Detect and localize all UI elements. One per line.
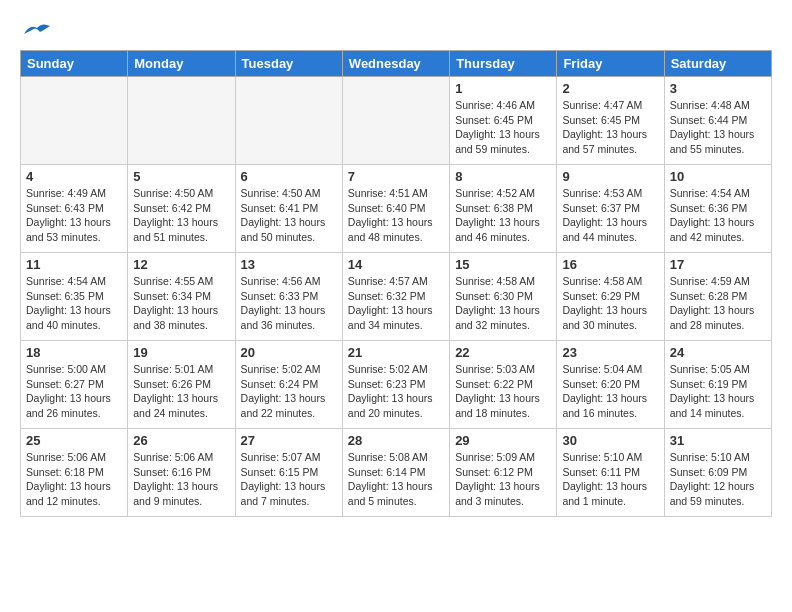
calendar-cell: 30Sunrise: 5:10 AM Sunset: 6:11 PM Dayli… bbox=[557, 429, 664, 517]
day-info: Sunrise: 5:10 AM Sunset: 6:09 PM Dayligh… bbox=[670, 450, 766, 509]
calendar-week-2: 4Sunrise: 4:49 AM Sunset: 6:43 PM Daylig… bbox=[21, 165, 772, 253]
day-number: 19 bbox=[133, 345, 229, 360]
calendar-cell: 1Sunrise: 4:46 AM Sunset: 6:45 PM Daylig… bbox=[450, 77, 557, 165]
weekday-header-sunday: Sunday bbox=[21, 51, 128, 77]
weekday-header-saturday: Saturday bbox=[664, 51, 771, 77]
weekday-header-friday: Friday bbox=[557, 51, 664, 77]
calendar-week-4: 18Sunrise: 5:00 AM Sunset: 6:27 PM Dayli… bbox=[21, 341, 772, 429]
day-info: Sunrise: 5:08 AM Sunset: 6:14 PM Dayligh… bbox=[348, 450, 444, 509]
day-number: 3 bbox=[670, 81, 766, 96]
day-info: Sunrise: 5:02 AM Sunset: 6:24 PM Dayligh… bbox=[241, 362, 337, 421]
day-info: Sunrise: 4:47 AM Sunset: 6:45 PM Dayligh… bbox=[562, 98, 658, 157]
day-number: 22 bbox=[455, 345, 551, 360]
calendar-cell bbox=[235, 77, 342, 165]
day-info: Sunrise: 5:00 AM Sunset: 6:27 PM Dayligh… bbox=[26, 362, 122, 421]
day-number: 9 bbox=[562, 169, 658, 184]
day-number: 28 bbox=[348, 433, 444, 448]
day-info: Sunrise: 4:52 AM Sunset: 6:38 PM Dayligh… bbox=[455, 186, 551, 245]
calendar-cell: 19Sunrise: 5:01 AM Sunset: 6:26 PM Dayli… bbox=[128, 341, 235, 429]
day-number: 27 bbox=[241, 433, 337, 448]
day-info: Sunrise: 4:50 AM Sunset: 6:41 PM Dayligh… bbox=[241, 186, 337, 245]
calendar-cell: 5Sunrise: 4:50 AM Sunset: 6:42 PM Daylig… bbox=[128, 165, 235, 253]
day-info: Sunrise: 4:48 AM Sunset: 6:44 PM Dayligh… bbox=[670, 98, 766, 157]
day-number: 12 bbox=[133, 257, 229, 272]
calendar-cell: 29Sunrise: 5:09 AM Sunset: 6:12 PM Dayli… bbox=[450, 429, 557, 517]
day-info: Sunrise: 4:58 AM Sunset: 6:29 PM Dayligh… bbox=[562, 274, 658, 333]
calendar-cell bbox=[342, 77, 449, 165]
day-info: Sunrise: 5:04 AM Sunset: 6:20 PM Dayligh… bbox=[562, 362, 658, 421]
calendar-cell: 26Sunrise: 5:06 AM Sunset: 6:16 PM Dayli… bbox=[128, 429, 235, 517]
calendar-cell: 13Sunrise: 4:56 AM Sunset: 6:33 PM Dayli… bbox=[235, 253, 342, 341]
day-number: 18 bbox=[26, 345, 122, 360]
day-info: Sunrise: 5:10 AM Sunset: 6:11 PM Dayligh… bbox=[562, 450, 658, 509]
calendar-cell: 15Sunrise: 4:58 AM Sunset: 6:30 PM Dayli… bbox=[450, 253, 557, 341]
day-number: 26 bbox=[133, 433, 229, 448]
calendar-cell: 2Sunrise: 4:47 AM Sunset: 6:45 PM Daylig… bbox=[557, 77, 664, 165]
day-info: Sunrise: 5:09 AM Sunset: 6:12 PM Dayligh… bbox=[455, 450, 551, 509]
day-number: 6 bbox=[241, 169, 337, 184]
calendar-table: SundayMondayTuesdayWednesdayThursdayFrid… bbox=[20, 50, 772, 517]
weekday-header-wednesday: Wednesday bbox=[342, 51, 449, 77]
calendar-cell: 28Sunrise: 5:08 AM Sunset: 6:14 PM Dayli… bbox=[342, 429, 449, 517]
calendar-cell: 14Sunrise: 4:57 AM Sunset: 6:32 PM Dayli… bbox=[342, 253, 449, 341]
day-number: 10 bbox=[670, 169, 766, 184]
day-number: 1 bbox=[455, 81, 551, 96]
day-info: Sunrise: 5:02 AM Sunset: 6:23 PM Dayligh… bbox=[348, 362, 444, 421]
day-info: Sunrise: 4:56 AM Sunset: 6:33 PM Dayligh… bbox=[241, 274, 337, 333]
weekday-header-monday: Monday bbox=[128, 51, 235, 77]
day-info: Sunrise: 5:05 AM Sunset: 6:19 PM Dayligh… bbox=[670, 362, 766, 421]
calendar-cell bbox=[128, 77, 235, 165]
calendar-cell: 23Sunrise: 5:04 AM Sunset: 6:20 PM Dayli… bbox=[557, 341, 664, 429]
calendar-cell: 25Sunrise: 5:06 AM Sunset: 6:18 PM Dayli… bbox=[21, 429, 128, 517]
weekday-header-thursday: Thursday bbox=[450, 51, 557, 77]
day-info: Sunrise: 4:46 AM Sunset: 6:45 PM Dayligh… bbox=[455, 98, 551, 157]
calendar-week-3: 11Sunrise: 4:54 AM Sunset: 6:35 PM Dayli… bbox=[21, 253, 772, 341]
day-number: 5 bbox=[133, 169, 229, 184]
day-number: 20 bbox=[241, 345, 337, 360]
day-info: Sunrise: 4:55 AM Sunset: 6:34 PM Dayligh… bbox=[133, 274, 229, 333]
weekday-header-row: SundayMondayTuesdayWednesdayThursdayFrid… bbox=[21, 51, 772, 77]
calendar-cell: 3Sunrise: 4:48 AM Sunset: 6:44 PM Daylig… bbox=[664, 77, 771, 165]
logo-bird-icon bbox=[22, 20, 52, 40]
calendar-cell: 20Sunrise: 5:02 AM Sunset: 6:24 PM Dayli… bbox=[235, 341, 342, 429]
calendar-cell: 7Sunrise: 4:51 AM Sunset: 6:40 PM Daylig… bbox=[342, 165, 449, 253]
day-number: 8 bbox=[455, 169, 551, 184]
day-info: Sunrise: 4:54 AM Sunset: 6:36 PM Dayligh… bbox=[670, 186, 766, 245]
day-number: 7 bbox=[348, 169, 444, 184]
calendar-cell: 17Sunrise: 4:59 AM Sunset: 6:28 PM Dayli… bbox=[664, 253, 771, 341]
calendar-cell: 22Sunrise: 5:03 AM Sunset: 6:22 PM Dayli… bbox=[450, 341, 557, 429]
day-number: 24 bbox=[670, 345, 766, 360]
day-number: 14 bbox=[348, 257, 444, 272]
calendar-cell: 16Sunrise: 4:58 AM Sunset: 6:29 PM Dayli… bbox=[557, 253, 664, 341]
day-info: Sunrise: 4:49 AM Sunset: 6:43 PM Dayligh… bbox=[26, 186, 122, 245]
day-info: Sunrise: 5:07 AM Sunset: 6:15 PM Dayligh… bbox=[241, 450, 337, 509]
calendar-cell: 12Sunrise: 4:55 AM Sunset: 6:34 PM Dayli… bbox=[128, 253, 235, 341]
calendar-cell: 11Sunrise: 4:54 AM Sunset: 6:35 PM Dayli… bbox=[21, 253, 128, 341]
day-number: 4 bbox=[26, 169, 122, 184]
calendar-cell: 21Sunrise: 5:02 AM Sunset: 6:23 PM Dayli… bbox=[342, 341, 449, 429]
header bbox=[20, 20, 772, 40]
weekday-header-tuesday: Tuesday bbox=[235, 51, 342, 77]
calendar-cell: 4Sunrise: 4:49 AM Sunset: 6:43 PM Daylig… bbox=[21, 165, 128, 253]
day-info: Sunrise: 4:57 AM Sunset: 6:32 PM Dayligh… bbox=[348, 274, 444, 333]
day-number: 16 bbox=[562, 257, 658, 272]
calendar-cell: 9Sunrise: 4:53 AM Sunset: 6:37 PM Daylig… bbox=[557, 165, 664, 253]
calendar-body: 1Sunrise: 4:46 AM Sunset: 6:45 PM Daylig… bbox=[21, 77, 772, 517]
day-info: Sunrise: 5:03 AM Sunset: 6:22 PM Dayligh… bbox=[455, 362, 551, 421]
calendar-cell bbox=[21, 77, 128, 165]
day-number: 31 bbox=[670, 433, 766, 448]
calendar-cell: 8Sunrise: 4:52 AM Sunset: 6:38 PM Daylig… bbox=[450, 165, 557, 253]
day-number: 13 bbox=[241, 257, 337, 272]
calendar-cell: 24Sunrise: 5:05 AM Sunset: 6:19 PM Dayli… bbox=[664, 341, 771, 429]
calendar-cell: 27Sunrise: 5:07 AM Sunset: 6:15 PM Dayli… bbox=[235, 429, 342, 517]
day-info: Sunrise: 5:01 AM Sunset: 6:26 PM Dayligh… bbox=[133, 362, 229, 421]
day-number: 11 bbox=[26, 257, 122, 272]
day-info: Sunrise: 4:54 AM Sunset: 6:35 PM Dayligh… bbox=[26, 274, 122, 333]
calendar-cell: 18Sunrise: 5:00 AM Sunset: 6:27 PM Dayli… bbox=[21, 341, 128, 429]
logo bbox=[20, 20, 52, 40]
day-number: 25 bbox=[26, 433, 122, 448]
day-info: Sunrise: 4:50 AM Sunset: 6:42 PM Dayligh… bbox=[133, 186, 229, 245]
day-number: 15 bbox=[455, 257, 551, 272]
day-info: Sunrise: 4:51 AM Sunset: 6:40 PM Dayligh… bbox=[348, 186, 444, 245]
day-info: Sunrise: 4:58 AM Sunset: 6:30 PM Dayligh… bbox=[455, 274, 551, 333]
